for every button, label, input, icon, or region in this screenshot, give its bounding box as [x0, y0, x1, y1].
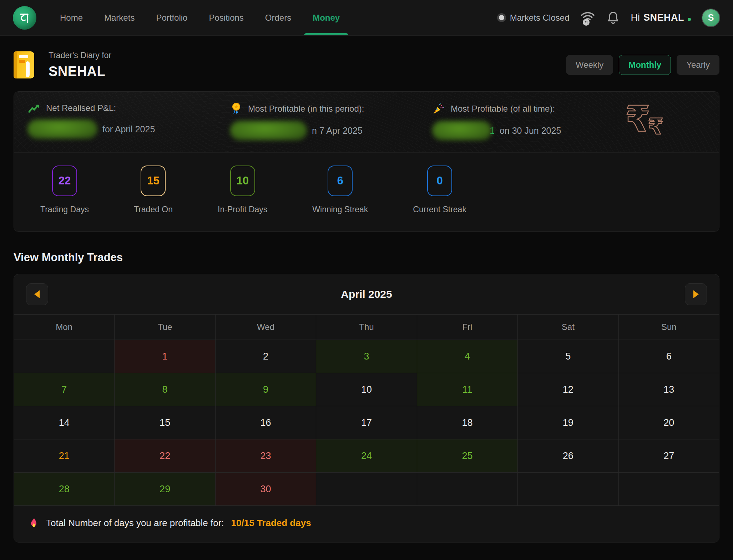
- calendar-day-11[interactable]: 11: [417, 373, 517, 406]
- calendar-day-9[interactable]: 9: [216, 373, 316, 406]
- period-tab-weekly[interactable]: Weekly: [566, 55, 613, 75]
- calendar-day-17[interactable]: 17: [316, 406, 416, 439]
- calendar-day-20[interactable]: 20: [619, 406, 719, 439]
- calendar-day-18[interactable]: 18: [417, 406, 517, 439]
- calendar-day-10[interactable]: 10: [316, 373, 416, 406]
- calendar-day-6[interactable]: 6: [619, 340, 719, 373]
- day-number: 27: [663, 450, 674, 462]
- online-status-dot: [688, 18, 691, 21]
- calendar-day-30[interactable]: 30: [216, 473, 316, 505]
- period-tab-label: Weekly: [576, 60, 603, 70]
- nav-item-money[interactable]: Money: [313, 0, 340, 35]
- next-month-button[interactable]: [685, 283, 707, 305]
- greeting-prefix: Hi: [631, 12, 640, 23]
- calendar-day-empty: [316, 473, 416, 505]
- calendar-day-7[interactable]: 7: [14, 373, 114, 406]
- net-pnl-label: Net Realised P&L:: [46, 103, 116, 113]
- nav-item-positions[interactable]: Positions: [209, 0, 243, 35]
- calendar-day-2[interactable]: 2: [216, 340, 316, 373]
- period-tab-label: Monthly: [628, 60, 661, 70]
- day-number: 15: [160, 417, 170, 428]
- stat-value-box: 6: [328, 166, 353, 196]
- day-number: 24: [361, 450, 372, 462]
- nav-links: HomeMarketsPortfolioPositionsOrdersMoney: [60, 0, 340, 35]
- market-status-label: Markets Closed: [510, 13, 570, 23]
- calendar-day-23[interactable]: 23: [216, 439, 316, 472]
- calendar-day-3[interactable]: 3: [316, 340, 416, 373]
- calendar-day-4[interactable]: 4: [417, 340, 517, 373]
- most-profitable-alltime-label: Most Profitable (of all time):: [451, 104, 555, 114]
- calendar-week-row: 282930: [14, 473, 719, 505]
- calendar-day-28[interactable]: 28: [14, 473, 114, 505]
- summary-card: Net Realised P&L: for April 2025: [14, 91, 719, 232]
- diary-title-block: Trader's Diary for SNEHAL: [14, 51, 111, 79]
- most-profitable-period-label: Most Profitable (in this period):: [248, 104, 364, 114]
- calendar-day-21[interactable]: 21: [14, 439, 114, 472]
- day-number: 18: [462, 417, 472, 428]
- most-profitable-period-block: Most Profitable (in this period): n 7 Ap…: [230, 102, 432, 140]
- calendar-day-1[interactable]: 1: [115, 340, 215, 373]
- calendar-day-27[interactable]: 27: [619, 439, 719, 472]
- avatar[interactable]: S: [702, 9, 720, 27]
- calendar-day-24[interactable]: 24: [316, 439, 416, 472]
- stat-label: Trading Days: [40, 205, 89, 214]
- nav-item-label: Positions: [209, 13, 243, 23]
- calendar-day-15[interactable]: 15: [115, 406, 215, 439]
- period-tabs: WeeklyMonthlyYearly: [566, 55, 719, 75]
- calendar-day-22[interactable]: 22: [115, 439, 215, 472]
- stat-value-box: 0: [427, 166, 452, 196]
- calendar-day-headers: MonTueWedThuFriSatSun: [14, 315, 719, 340]
- period-tab-monthly[interactable]: Monthly: [619, 55, 671, 75]
- day-number: 23: [261, 450, 271, 462]
- nav-item-orders[interactable]: Orders: [265, 0, 291, 35]
- stat-item-in-profit-days: 10 In-Profit Days: [218, 166, 267, 214]
- nav-item-home[interactable]: Home: [60, 0, 83, 35]
- day-header-cell-tue: Tue: [115, 315, 215, 340]
- day-number: 29: [160, 484, 170, 495]
- calendar-day-16[interactable]: 16: [216, 406, 316, 439]
- day-number: 17: [361, 417, 372, 428]
- calendar-day-empty: [518, 473, 618, 505]
- stat-label: Winning Streak: [312, 205, 368, 214]
- prev-month-button[interactable]: [26, 283, 48, 305]
- stat-label: Traded On: [134, 205, 173, 214]
- calendar-day-14[interactable]: 14: [14, 406, 114, 439]
- day-header-cell-fri: Fri: [417, 315, 517, 340]
- calendar-day-12[interactable]: 12: [518, 373, 618, 406]
- chevron-left-icon: [30, 290, 40, 298]
- bell-icon[interactable]: [606, 11, 620, 25]
- nav-item-portfolio[interactable]: Portfolio: [156, 0, 187, 35]
- period-tab-label: Yearly: [686, 60, 710, 70]
- calendar-grid: MonTueWedThuFriSatSun 123456789101112131…: [14, 314, 719, 506]
- calendar-day-19[interactable]: 19: [518, 406, 618, 439]
- calendar-week-row: 78910111213: [14, 373, 719, 406]
- day-number: 4: [465, 351, 470, 362]
- nav-item-label: Markets: [104, 13, 135, 23]
- calendar-day-26[interactable]: 26: [518, 439, 618, 472]
- day-header-cell-sat: Sat: [518, 315, 618, 340]
- day-number: 22: [160, 450, 170, 462]
- nav-right: Markets Closed: [497, 9, 720, 27]
- calendar-day-25[interactable]: 25: [417, 439, 517, 472]
- nav-item-markets[interactable]: Markets: [104, 0, 135, 35]
- stat-item-traded-on: 15 Traded On: [134, 166, 173, 214]
- profitable-days-count: 10/15 Traded days: [231, 518, 311, 529]
- wifi-dhan-badge-icon: [583, 19, 590, 26]
- calendar-day-8[interactable]: 8: [115, 373, 215, 406]
- period-tab-yearly[interactable]: Yearly: [677, 55, 719, 75]
- day-number: 5: [565, 351, 571, 362]
- calendar-day-13[interactable]: 13: [619, 373, 719, 406]
- day-number: 1: [162, 351, 168, 362]
- calendar-day-5[interactable]: 5: [518, 340, 618, 373]
- calendar-day-29[interactable]: 29: [115, 473, 215, 505]
- nav-item-label: Orders: [265, 13, 291, 23]
- calendar-card: April 2025 MonTueWedThuFriSatSun 1234567…: [14, 274, 719, 543]
- market-status-dot-icon: [499, 15, 504, 20]
- day-number: 8: [162, 384, 168, 395]
- chevron-right-icon: [693, 290, 703, 298]
- calendar-header: April 2025: [14, 274, 719, 314]
- dhan-logo[interactable]: [13, 6, 36, 30]
- calendar-month-title: April 2025: [14, 288, 719, 300]
- day-header-cell-mon: Mon: [14, 315, 114, 340]
- trend-up-icon: [27, 102, 40, 114]
